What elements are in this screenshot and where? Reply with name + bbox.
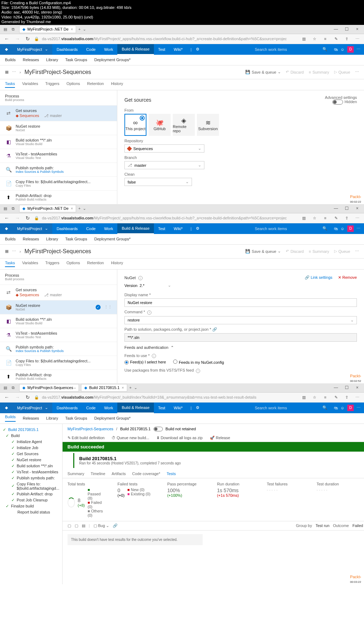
shop-icon[interactable]: 🛍 bbox=[334, 47, 338, 52]
display-name-input[interactable] bbox=[124, 298, 357, 307]
more-icon[interactable]: ⋯ bbox=[357, 405, 360, 410]
subnav-task-groups[interactable]: Task Groups bbox=[65, 237, 87, 241]
hub-icon[interactable]: ≡ bbox=[322, 36, 328, 42]
task-copy-files[interactable]: 📄 Copy Files to: $(build.artifactstaging… bbox=[0, 176, 117, 190]
nav-code[interactable]: Code bbox=[82, 44, 100, 55]
task-vstest[interactable]: ⚗VsTest - testAssembliesVisual Studio Te… bbox=[0, 328, 117, 342]
search-box[interactable] bbox=[251, 47, 322, 52]
tree-init-job[interactable]: ✓Initialize Job bbox=[3, 445, 59, 451]
process-header[interactable]: ProcessBuild process bbox=[0, 270, 117, 284]
tree-build-sln[interactable]: ✓Build solution **\*.sln bbox=[3, 463, 59, 469]
queue-button[interactable]: ▷ Queue bbox=[334, 249, 350, 254]
refresh-button[interactable]: ↻ bbox=[24, 394, 31, 400]
source-tile-subversion[interactable]: ≋Subversion bbox=[197, 114, 219, 136]
filter-icon[interactable]: ▢ bbox=[68, 523, 71, 528]
nav-wiki[interactable]: Wiki* bbox=[170, 403, 187, 413]
tab-artifacts[interactable]: Artifacts bbox=[112, 472, 126, 476]
feeds-header[interactable]: Feeds and authentication⌃ bbox=[124, 345, 357, 350]
avatar[interactable]: D bbox=[347, 225, 354, 232]
path-input[interactable] bbox=[124, 333, 357, 342]
favorite-icon[interactable]: ☆ bbox=[312, 215, 317, 221]
tree-cleanup[interactable]: ✓Post Job Cleanup bbox=[3, 497, 59, 503]
more-icon[interactable]: ⋯ bbox=[355, 70, 359, 74]
new-tab-button[interactable]: + bbox=[78, 27, 80, 31]
task-publish-symbols[interactable]: 🔍Publish symbols path:Index Sources & Pu… bbox=[0, 342, 117, 356]
source-tile-github[interactable]: 🐙GitHub bbox=[149, 114, 171, 136]
tab-retention[interactable]: Retention bbox=[87, 81, 104, 88]
save-queue-button[interactable]: 💾Save & queue ⌄ bbox=[245, 249, 281, 254]
subnav-deployment-groups[interactable]: Deployment Groups* bbox=[94, 416, 130, 420]
tree-vstest[interactable]: ✓VsTest - testAssemblies bbox=[3, 469, 59, 475]
tree-init-agent[interactable]: ✓Initialize Agent bbox=[3, 439, 59, 445]
minimize-button[interactable]: — bbox=[331, 385, 341, 390]
project-selector[interactable]: MyFirstProject⌄ bbox=[13, 44, 52, 55]
new-tab-button[interactable]: + bbox=[78, 206, 80, 211]
task-publish-symbols[interactable]: 🔍 Publish symbols path:Index Sources & P… bbox=[0, 163, 117, 176]
queue-button[interactable]: ▷ Queue bbox=[334, 70, 350, 74]
maximize-button[interactable]: ☐ bbox=[341, 385, 352, 390]
task-build-solution[interactable]: ◧ Build solution **\*.slnVisual Studio B… bbox=[0, 135, 117, 149]
advanced-toggle[interactable] bbox=[332, 100, 343, 105]
command-select[interactable]: restore⌄ bbox=[124, 316, 357, 324]
tab-triggers[interactable]: Triggers bbox=[45, 81, 59, 88]
browser-tab[interactable]: ◆ MyFirstProject-.NET De × bbox=[19, 205, 76, 212]
nav-test[interactable]: Test bbox=[154, 44, 170, 55]
more-icon[interactable]: ⋯ bbox=[355, 249, 359, 254]
project-icon[interactable]: ▦ bbox=[5, 70, 9, 74]
tab-triggers[interactable]: Triggers bbox=[45, 261, 59, 267]
summary-button[interactable]: ≡ Summary bbox=[309, 70, 329, 74]
hub-icon[interactable]: ≡ bbox=[322, 215, 328, 221]
task-nuget-restore[interactable]: 📦 NuGet restoreNuGet bbox=[0, 121, 117, 135]
tab-tests[interactable]: Tests bbox=[167, 472, 176, 476]
search-icon[interactable]: 🔍 bbox=[322, 405, 327, 410]
edit-definition-button[interactable]: ✎Edit build definition bbox=[68, 436, 105, 440]
subnav-task-groups[interactable]: Task Groups bbox=[65, 58, 87, 62]
subnav-releases[interactable]: Releases bbox=[23, 58, 39, 62]
smile-icon[interactable]: ☺ bbox=[341, 227, 344, 231]
nav-dashboards[interactable]: Dashboards bbox=[52, 44, 82, 55]
tab-action-icon[interactable]: ⧉ bbox=[10, 385, 16, 390]
tab-options[interactable]: Options bbox=[66, 261, 80, 267]
nav-test[interactable]: Test bbox=[154, 403, 170, 413]
tab-retention[interactable]: Retention bbox=[87, 261, 104, 267]
refresh-button[interactable]: ↻ bbox=[24, 36, 31, 42]
subnav-library[interactable]: Library bbox=[46, 237, 58, 241]
chevron-down-icon[interactable]: ⌄ bbox=[168, 283, 171, 288]
more-icon[interactable]: ⋯ bbox=[354, 394, 360, 400]
tab-history[interactable]: History bbox=[111, 81, 123, 88]
back-button[interactable]: ← bbox=[3, 394, 11, 400]
reading-icon[interactable]: ▥ bbox=[301, 36, 307, 42]
link-icon[interactable]: 🔗 bbox=[212, 327, 217, 331]
nav-work[interactable]: Work bbox=[100, 44, 117, 55]
discard-button[interactable]: ↶ Discard bbox=[286, 70, 304, 74]
subnav-deployment-groups[interactable]: Deployment Groups* bbox=[94, 58, 130, 62]
nav-dashboards[interactable]: Dashboards bbox=[52, 403, 82, 413]
task-nuget-restore[interactable]: 📦 NuGet restoreNuGet ✓ ⋮⋮ bbox=[0, 300, 117, 314]
subnav-library[interactable]: Library bbox=[46, 58, 58, 62]
more-icon[interactable]: ⋯ bbox=[12, 249, 16, 254]
avatar[interactable]: D bbox=[347, 405, 354, 411]
vsts-logo[interactable]: ◆ bbox=[0, 223, 13, 234]
nav-work[interactable]: Work bbox=[100, 223, 117, 234]
forward-button[interactable]: → bbox=[14, 36, 21, 42]
favorite-icon[interactable]: ☆ bbox=[312, 394, 317, 400]
more-icon[interactable]: ⋯ bbox=[354, 215, 360, 221]
retain-toggle[interactable] bbox=[154, 427, 163, 431]
task-publish-artifact[interactable]: ⬆ Publish Artifact: dropPublish Build Ar… bbox=[0, 190, 117, 204]
nav-wiki[interactable]: Wiki* bbox=[170, 223, 187, 234]
task-copy-files[interactable]: 📄Copy Files to: $(build.artifactstagingd… bbox=[0, 356, 117, 369]
search-input[interactable] bbox=[255, 47, 319, 52]
gear-icon[interactable]: ⚙ bbox=[192, 405, 204, 410]
breadcrumb-definition[interactable]: MyFirstProject-Sequences bbox=[68, 427, 113, 431]
hub-icon[interactable]: ≡ bbox=[322, 394, 328, 400]
radio-feeds-config[interactable]: Feeds in my NuGet.config bbox=[173, 360, 224, 364]
more-icon[interactable]: ⋯ bbox=[357, 47, 360, 52]
release-button[interactable]: 🚀Release bbox=[210, 436, 230, 440]
groupby-select[interactable]: Test run bbox=[316, 523, 330, 528]
more-icon[interactable]: ⋯ bbox=[354, 36, 360, 42]
browser-tab[interactable]: ◆ MyFirstProject-.NET De × bbox=[19, 26, 76, 33]
task-build-solution[interactable]: ◧Build solution **\*.slnVisual Studio Bu… bbox=[0, 314, 117, 328]
info-icon[interactable]: i bbox=[152, 354, 156, 358]
process-header[interactable]: ProcessBuild process bbox=[0, 90, 117, 105]
back-button[interactable]: ← bbox=[3, 36, 11, 42]
